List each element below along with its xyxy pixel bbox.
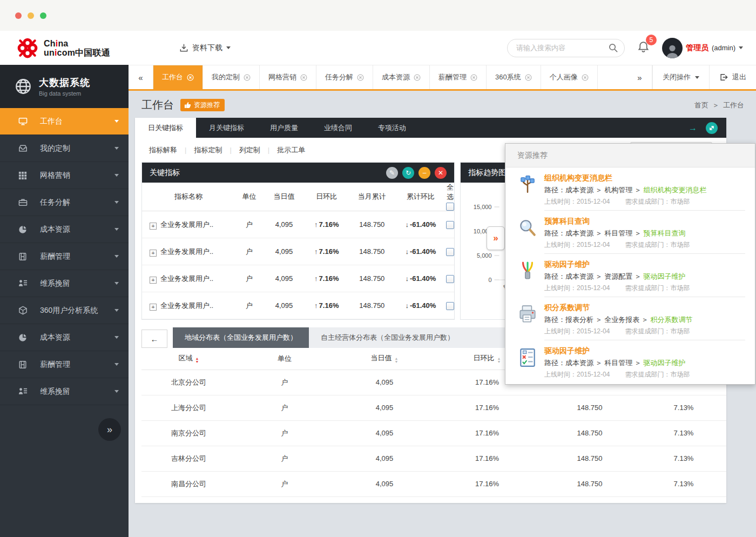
arrow-left-icon: ← — [151, 334, 159, 344]
sidebar-item-salary-2[interactable]: 薪酬管理 — [0, 351, 129, 378]
download-menu[interactable]: 资料下载 — [179, 43, 231, 53]
expand-row-icon[interactable]: + — [150, 304, 157, 311]
expand-row-icon[interactable]: + — [150, 250, 157, 257]
tab-daily-kpi[interactable]: 日关键指标 — [135, 118, 196, 138]
row-checkbox[interactable] — [446, 248, 454, 256]
row-checkbox[interactable] — [446, 275, 454, 283]
tab-task-breakdown[interactable]: 任务分解 — [316, 65, 373, 89]
list-item[interactable]: 预算科目查询 路径：成本资源 ＞ 科目管理 ＞ 预算科目查询 上线时间：2015… — [505, 211, 755, 254]
tab-special-activity[interactable]: 专项活动 — [365, 118, 419, 138]
tab-region-distribution[interactable]: 地域分布表（全国业务发展用户数） — [173, 327, 309, 348]
sidebar-item-retention[interactable]: 维系挽留 — [0, 270, 129, 297]
recommend-drawer-toggle[interactable]: » — [487, 226, 505, 250]
notifications-button[interactable]: 5 — [637, 40, 650, 56]
resource-recommend-badge[interactable]: 资源推荐 — [180, 99, 225, 111]
list-item[interactable]: 驱动因子维护 路径：成本资源 ＞ 科目管理 ＞ 驱动因子维护 上线时间：2015… — [505, 340, 755, 384]
close-icon[interactable] — [244, 74, 251, 81]
chevron-down-icon — [114, 255, 119, 258]
row-checkbox[interactable] — [446, 221, 454, 229]
sidebar-item-workbench[interactable]: 工作台 — [0, 108, 129, 135]
window-minimize-button[interactable] — [28, 12, 34, 19]
tab-salary[interactable]: 薪酬管理 — [430, 65, 487, 89]
breadcrumb-separator: ＞ — [712, 100, 719, 110]
tab-user-quality[interactable]: 用户质量 — [257, 118, 311, 138]
select-all-checkbox[interactable] — [446, 203, 454, 211]
sidebar-item-salary[interactable]: 薪酬管理 — [0, 243, 129, 270]
sidebar-item-grid-marketing[interactable]: 网格营销 — [0, 162, 129, 189]
wires-icon — [518, 260, 538, 297]
tab-business-unit-distribution[interactable]: 自主经营体分布表（全国业务发展用户数） — [309, 327, 466, 348]
chevron-down-icon — [114, 309, 119, 312]
resource-link[interactable]: 驱动因子维护 — [643, 272, 685, 280]
close-icon[interactable] — [582, 74, 589, 81]
tabs-scroll-right-button[interactable]: » — [627, 65, 652, 89]
column-daily[interactable]: 当日值▲▼ — [333, 348, 436, 370]
link-indicator-explain[interactable]: 指标解释 — [149, 145, 185, 155]
window-close-button[interactable] — [15, 12, 22, 19]
logout-button[interactable]: 退出 — [709, 65, 756, 89]
tab-cost-resource[interactable]: 成本资源 — [373, 65, 430, 89]
row-checkbox[interactable] — [446, 302, 454, 310]
user-menu[interactable]: 管理员 (admin) — [662, 38, 743, 58]
svg-text:0: 0 — [488, 277, 491, 283]
list-item[interactable]: 组织机构变更消息栏 路径：成本资源 ＞ 机构管理 ＞ 组织机构变更消息栏 上线时… — [505, 167, 755, 211]
link-indicator-custom[interactable]: 指标定制 — [186, 145, 230, 155]
double-chevron-right-icon: » — [107, 424, 112, 435]
tab-performance-contract[interactable]: 业绩合同 — [311, 118, 365, 138]
tabs-scroll-left-button[interactable]: « — [129, 65, 153, 89]
table-row: +全业务发展用户.. 户 4,095 ↑7.16% 148.750 ↓-61.4… — [142, 211, 454, 238]
sidebar-item-retention-2[interactable]: 维系挽留 — [0, 378, 129, 405]
close-icon[interactable] — [187, 74, 194, 81]
table-row: 南昌分公司户4,095 17.16%148.7507.13% — [141, 471, 726, 496]
close-operations-menu[interactable]: 关闭操作 — [652, 65, 709, 89]
tab-grid-marketing[interactable]: 网格营销 — [260, 65, 316, 89]
download-icon — [179, 43, 188, 52]
column-region[interactable]: 区域▲▼ — [141, 348, 236, 370]
chevron-down-icon — [226, 46, 231, 49]
list-item[interactable]: 积分系数调节 路径：报表分析 ＞ 全业务报表 ＞ 积分系数调节 上线时间：201… — [505, 297, 755, 340]
fullscreen-toggle-icon[interactable] — [706, 122, 718, 134]
sidebar-item-my-custom[interactable]: 我的定制 — [0, 135, 129, 162]
list-item[interactable]: 驱动因子维护 路径：成本资源 ＞ 资源配置 ＞ 驱动因子维护 上线时间：2015… — [505, 254, 755, 297]
sidebar-item-task-breakdown[interactable]: 任务分解 — [0, 189, 129, 216]
monitor-icon — [18, 117, 28, 126]
close-icon[interactable] — [300, 74, 307, 81]
tab-my-custom[interactable]: 我的定制 — [203, 65, 260, 89]
window-zoom-button[interactable] — [40, 12, 46, 19]
breadcrumb-home[interactable]: 首页 — [694, 100, 708, 110]
close-icon[interactable] — [470, 74, 477, 81]
table-row: +全业务发展用户.. 户 4,095 ↑7.16% 148.750 ↓-61.4… — [142, 265, 454, 292]
close-icon[interactable] — [357, 74, 364, 81]
sidebar-item-cost-resource-2[interactable]: 成本资源 — [0, 324, 129, 351]
tab-360-system[interactable]: 360系统 — [487, 65, 541, 89]
resource-link[interactable]: 积分系数调节 — [650, 316, 692, 324]
search-input[interactable] — [507, 39, 625, 57]
tab-personal-profile[interactable]: 个人画像 — [541, 65, 598, 89]
chevron-down-icon — [695, 76, 699, 79]
tab-monthly-kpi[interactable]: 月关键指标 — [196, 118, 257, 138]
sidebar-item-cost-resource[interactable]: 成本资源 — [0, 216, 129, 243]
up-arrow-icon: ↑ — [314, 274, 318, 283]
tab-workbench[interactable]: 工作台 — [153, 65, 203, 89]
close-icon[interactable]: ✕ — [435, 167, 447, 179]
double-chevron-right-icon: » — [637, 73, 642, 82]
expand-row-icon[interactable]: + — [150, 277, 157, 284]
arrow-right-icon[interactable]: → — [688, 123, 697, 133]
expand-row-icon[interactable]: + — [150, 223, 157, 230]
resource-link[interactable]: 组织机构变更消息栏 — [643, 186, 706, 194]
minimize-icon[interactable]: – — [418, 167, 430, 179]
table-row: 南京分公司户4,095 17.16%148.7507.13% — [141, 420, 726, 446]
sidebar-collapse-button[interactable]: » — [98, 418, 121, 441]
edit-icon[interactable]: ✎ — [386, 167, 398, 179]
resource-link[interactable]: 预算科目查询 — [643, 229, 685, 237]
search-icon[interactable] — [608, 43, 618, 53]
sidebar-item-360-analysis[interactable]: 360用户分析系统 — [0, 297, 129, 324]
close-icon[interactable] — [414, 74, 421, 81]
thumb-up-icon — [184, 102, 191, 109]
refresh-icon[interactable]: ↻ — [402, 167, 414, 179]
link-column-custom[interactable]: 列定制 — [232, 145, 268, 155]
resource-link[interactable]: 驱动因子维护 — [643, 359, 685, 367]
close-icon[interactable] — [525, 74, 532, 81]
scroll-left-button[interactable]: ← — [141, 330, 167, 348]
link-instruction-ticket[interactable]: 批示工单 — [269, 145, 313, 155]
